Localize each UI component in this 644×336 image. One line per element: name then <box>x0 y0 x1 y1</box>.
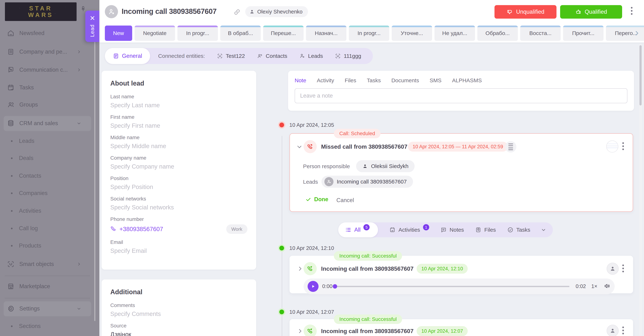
paperclip-icon <box>475 227 481 233</box>
field-label: Company name <box>110 155 248 161</box>
sidebar-item-company-and-people[interactable]: Company and pe... <box>0 46 95 58</box>
company-name-field[interactable]: Specify Company name <box>110 163 248 170</box>
sidebar-item-settings[interactable]: Settings <box>0 303 95 314</box>
lead-detail-panel: Incoming call 380938567607 Olexiy Shevch… <box>99 0 644 336</box>
stage-chip[interactable]: Negotiate <box>134 26 175 41</box>
incoming-call-icon <box>304 262 317 275</box>
connected-entity-contacts[interactable]: Contacts <box>257 53 287 59</box>
header-more-menu[interactable] <box>631 7 632 15</box>
expand-icon[interactable] <box>297 328 303 334</box>
stage-chip[interactable]: В обраб... <box>220 26 261 41</box>
social-networks-field[interactable]: Specify Social networks <box>110 204 248 211</box>
stage-chip[interactable]: Назнач... <box>306 26 346 41</box>
sidebar-item-contacts[interactable]: Contacts <box>0 170 95 181</box>
filter-activities[interactable]: Activities 1 <box>389 227 429 233</box>
comments-field[interactable]: Specify Comments <box>110 310 248 317</box>
stage-chip[interactable]: Уточне... <box>392 26 432 41</box>
last-name-field[interactable]: Specify Last name <box>110 102 248 109</box>
activity-more-menu[interactable] <box>622 264 624 272</box>
stage-chip[interactable]: Восста... <box>520 26 561 41</box>
main-scrollbar-thumb[interactable] <box>640 45 642 105</box>
sidebar-item-crm-and-sales[interactable]: CRM and sales <box>0 118 95 129</box>
sidebar-item-deals[interactable]: Deals <box>0 153 95 164</box>
collapse-icon[interactable] <box>296 144 302 150</box>
phone-number-link[interactable]: +380938567607 <box>110 226 163 233</box>
position-field[interactable]: Specify Position <box>110 183 248 190</box>
tab-tasks[interactable]: Tasks <box>367 77 381 84</box>
person-icon <box>249 9 255 15</box>
tab-activity[interactable]: Activity <box>317 77 334 84</box>
first-name-field[interactable]: Specify First name <box>110 122 248 129</box>
tab-note[interactable]: Note <box>295 77 306 84</box>
filter-files[interactable]: Files <box>475 227 496 233</box>
sidebar-item-communication[interactable]: Communication c... <box>0 64 95 76</box>
sidebar-item-marketplace[interactable]: Marketplace <box>0 280 95 292</box>
stage-chip[interactable]: Переше... <box>263 26 304 41</box>
lead-header: Incoming call 380938567607 Olexiy Shevch… <box>99 0 644 43</box>
chevron-down-icon[interactable] <box>541 227 546 233</box>
activity-more-menu[interactable] <box>622 142 624 150</box>
stage-chip[interactable]: Не удал... <box>434 26 475 41</box>
sidebar-item-sections[interactable]: Sections <box>0 321 95 332</box>
sidebar-item-activities[interactable]: Activities <box>0 205 95 216</box>
stages-scroll-right-icon[interactable] <box>634 30 640 37</box>
sidebar-item-groups[interactable]: Groups <box>0 99 95 111</box>
sidebar-item-call-log[interactable]: Call log <box>0 223 95 234</box>
sidebar-item-tasks[interactable]: Tasks <box>0 82 95 93</box>
connected-entity-leads[interactable]: Leads <box>300 53 323 59</box>
timeline-date: 10 Apr 2024, 12:05 <box>278 121 334 129</box>
source-value[interactable]: Дзвінок <box>110 331 248 336</box>
tab-general[interactable]: General <box>105 48 150 64</box>
cancel-button[interactable]: Cancel <box>336 197 354 204</box>
person-responsible-chip[interactable]: Oleksii Siedykh <box>356 160 415 172</box>
stage-chip[interactable]: In progr... <box>178 26 218 41</box>
sidebar-item-leads[interactable]: Leads <box>0 136 95 146</box>
qualified-button[interactable]: Qualified <box>560 5 622 19</box>
unqualified-button[interactable]: Unqualified <box>494 5 556 19</box>
sidebar-item-companies[interactable]: Companies <box>0 188 95 199</box>
activity-time-chip: 10 Apr 2024, 12:07 <box>417 326 468 336</box>
status-dot-green <box>278 308 285 315</box>
tab-sms[interactable]: SMS <box>430 77 442 84</box>
additional-title: Additional <box>110 288 248 296</box>
playback-rate-button[interactable]: 1× <box>591 283 597 289</box>
tab-files[interactable]: Files <box>344 77 356 84</box>
sidebar-item-newsfeed[interactable]: Newsfeed <box>0 27 95 39</box>
expand-icon[interactable] <box>297 266 303 272</box>
middle-name-field[interactable]: Specify Middle name <box>110 143 248 150</box>
owner-chip[interactable]: Olexiy Shevchenko <box>245 6 308 17</box>
audio-progress-track[interactable] <box>335 286 570 287</box>
connected-entity-111ggg[interactable]: 111ggg <box>335 53 361 59</box>
field-label: Last name <box>110 94 248 100</box>
filter-tasks[interactable]: Tasks <box>507 227 530 233</box>
lead-slideover-tab[interactable]: Lead <box>85 11 99 42</box>
filter-notes[interactable]: Notes <box>440 227 464 233</box>
filter-all[interactable]: All 5 <box>338 222 378 237</box>
play-button[interactable] <box>308 281 318 292</box>
sidebar-item-products[interactable]: Products <box>0 240 95 251</box>
activity-more-menu[interactable] <box>622 326 624 334</box>
stage-chip[interactable]: Обрабо... <box>477 26 518 41</box>
audio-progress-knob[interactable] <box>333 284 337 288</box>
sidebar-scrollbar[interactable] <box>94 26 95 321</box>
status-badge: Incoming call: Successful <box>334 314 402 324</box>
timeline-filter-bar: All 5 Activities 1 Notes Files Tasks <box>338 222 553 237</box>
note-input[interactable] <box>295 88 628 103</box>
description-button[interactable] <box>505 141 516 153</box>
email-field[interactable]: Specify Email <box>110 247 248 254</box>
tab-alphasms[interactable]: ALPHASMS <box>452 77 482 84</box>
stage-chip-new[interactable]: New <box>105 26 132 41</box>
done-button[interactable]: Done <box>306 196 328 203</box>
lead-avatar-icon <box>324 177 334 186</box>
sidebar-divider <box>5 276 90 276</box>
sidebar-item-smart-objects[interactable]: Smart objects <box>0 258 95 270</box>
close-icon[interactable] <box>89 15 96 21</box>
stage-chip[interactable]: Прочит... <box>563 26 604 41</box>
stage-chip[interactable]: In progr... <box>349 26 389 41</box>
pin-sidebar-icon[interactable] <box>80 6 86 13</box>
tab-documents[interactable]: Documents <box>391 77 419 84</box>
lead-chip[interactable]: Incoming call 380938567607 <box>322 176 413 188</box>
copy-link-icon[interactable] <box>234 9 241 16</box>
connected-entity-test122[interactable]: Test122 <box>217 53 245 59</box>
volume-icon[interactable] <box>604 282 611 289</box>
